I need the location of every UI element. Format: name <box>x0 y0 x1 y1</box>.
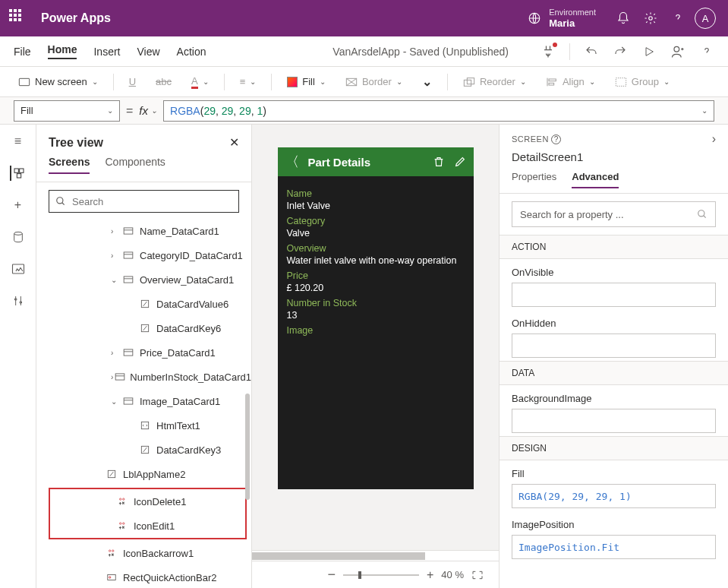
tree-item[interactable]: RectQuickActionBar2 <box>39 565 251 588</box>
menu-file[interactable]: File <box>14 46 31 58</box>
close-panel-icon[interactable]: ✕ <box>229 135 239 150</box>
menu-home[interactable]: Home <box>48 43 77 59</box>
chevron-icon[interactable]: › <box>111 349 121 357</box>
chevron-icon[interactable]: › <box>111 251 121 260</box>
formula-input[interactable]: RGBA(29, 29, 29, 1) ⌄ <box>163 100 714 122</box>
properties-tab[interactable]: Properties <box>512 171 556 188</box>
tree-item[interactable]: +× IconDelete1 <box>50 489 245 514</box>
notifications-icon[interactable] <box>610 5 637 32</box>
tree-item-label: Image_DataCard1 <box>140 396 220 407</box>
tree-item[interactable]: DataCardValue6 <box>39 292 251 316</box>
delete-icon[interactable] <box>433 156 445 168</box>
chevron-icon[interactable]: ⌄ <box>111 276 121 284</box>
tab-screens[interactable]: Screens <box>49 156 90 174</box>
property-label: BackgroundImage <box>512 393 716 404</box>
media-rail-icon[interactable] <box>11 261 26 277</box>
tree-item[interactable]: +× IconEdit1 <box>50 514 245 538</box>
scrollbar-thumb[interactable] <box>245 394 250 500</box>
canvas-hscroll[interactable] <box>252 550 499 561</box>
field-label: Overview <box>287 243 465 254</box>
property-input[interactable] <box>512 535 716 559</box>
property-input[interactable] <box>512 334 716 358</box>
preview-screen[interactable]: 〈 Part Details Name Inlet ValveCategory … <box>278 147 474 489</box>
help-menu-icon[interactable] <box>699 44 714 59</box>
tree-item[interactable]: +× IconBackarrow1 <box>39 541 251 565</box>
tools-rail-icon[interactable] <box>11 293 26 308</box>
tree-item-label: IconEdit1 <box>134 520 175 532</box>
underline-button[interactable]: U <box>124 73 140 90</box>
search-icon <box>697 209 708 220</box>
undo-icon[interactable] <box>584 44 599 59</box>
expand-panel-icon[interactable]: › <box>712 132 716 146</box>
tree-item[interactable]: DataCardKey6 <box>39 316 251 340</box>
zoom-out-icon[interactable]: − <box>328 567 336 583</box>
insert-rail-icon[interactable]: + <box>11 198 26 213</box>
svg-text:×: × <box>122 526 124 530</box>
chevron-icon[interactable]: › <box>111 227 121 236</box>
zoom-level: 40 % <box>441 569 464 580</box>
menu-view[interactable]: View <box>137 46 159 58</box>
reorder-button[interactable]: Reorder⌄ <box>459 73 531 90</box>
property-block: OnVisible <box>500 259 728 310</box>
group-button[interactable]: Group⌄ <box>610 73 674 90</box>
tree-item[interactable]: DataCardKey3 <box>39 438 251 462</box>
align-button[interactable]: ≡⌄ <box>235 73 261 90</box>
advanced-tab[interactable]: Advanced <box>572 171 619 188</box>
formula-expand-icon[interactable]: ⌄ <box>701 106 708 115</box>
tree-search-input[interactable] <box>72 196 232 207</box>
back-arrow-icon[interactable]: 〈 <box>285 153 299 171</box>
tree-item[interactable]: › Price_DataCard1 <box>39 340 251 365</box>
tree-item[interactable]: LblAppName2 <box>39 462 251 486</box>
tree-item[interactable]: › Name_DataCard1 <box>39 219 251 243</box>
tree-item[interactable]: ⌄ Image_DataCard1 <box>39 389 251 413</box>
tree-search[interactable] <box>49 190 239 213</box>
new-screen-button[interactable]: New screen⌄ <box>14 73 102 90</box>
svg-rect-14 <box>14 169 18 172</box>
font-color-button[interactable]: A⌄ <box>187 72 213 92</box>
tree-item[interactable]: HtmlText1 <box>39 413 251 438</box>
info-icon[interactable]: ? <box>551 134 561 144</box>
settings-icon[interactable] <box>637 5 664 32</box>
zoom-slider[interactable] <box>343 574 419 576</box>
more-button[interactable]: ⌄ <box>418 71 436 92</box>
tree-item[interactable]: › CategoryID_DataCard1 <box>39 243 251 267</box>
fill-button[interactable]: Fill⌄ <box>282 73 330 90</box>
app-checker-icon[interactable] <box>540 44 556 59</box>
tree-item[interactable]: › NumberInStock_DataCard1 <box>39 365 251 389</box>
menu-action[interactable]: Action <box>177 46 206 58</box>
tree-item[interactable]: ⌄ Overview_DataCard1 <box>39 267 251 292</box>
section-header: DATA <box>500 361 728 385</box>
fx-icon[interactable]: fx⌄ <box>139 104 157 117</box>
field-value: Valve <box>287 228 465 239</box>
property-input[interactable] <box>512 409 716 433</box>
share-icon[interactable] <box>670 44 685 59</box>
user-avatar[interactable]: A <box>692 5 719 32</box>
tab-components[interactable]: Components <box>105 156 165 174</box>
environment-picker[interactable]: Environment Maria <box>528 8 596 29</box>
property-input[interactable] <box>512 283 716 307</box>
menu-insert[interactable]: Insert <box>93 46 120 58</box>
field-value: Inlet Valve <box>287 201 465 211</box>
redo-icon[interactable] <box>613 44 628 59</box>
zoom-in-icon[interactable]: + <box>427 568 433 582</box>
svg-rect-33 <box>124 349 133 356</box>
svg-rect-11 <box>549 79 556 81</box>
property-search[interactable]: Search for a property ... <box>512 201 716 227</box>
chevron-icon[interactable]: ⌄ <box>111 397 121 406</box>
property-dropdown[interactable]: Fill⌄ <box>14 100 120 122</box>
svg-rect-4 <box>19 78 29 85</box>
tree-view-icon[interactable] <box>10 166 25 181</box>
fit-icon[interactable] <box>471 570 484 580</box>
waffle-icon[interactable] <box>9 9 27 27</box>
data-rail-icon[interactable] <box>11 229 26 245</box>
strikethrough-button[interactable]: abc <box>151 73 176 90</box>
property-input[interactable] <box>512 484 716 508</box>
property-label: Fill <box>512 468 716 479</box>
play-icon[interactable] <box>641 44 657 59</box>
edit-icon[interactable] <box>454 156 466 168</box>
align-objects-button[interactable]: Align⌄ <box>541 73 600 90</box>
field-value: 13 <box>287 310 465 321</box>
border-button[interactable]: Border⌄ <box>341 73 407 90</box>
hamburger-icon[interactable]: ≡ <box>11 134 26 149</box>
help-icon[interactable] <box>664 5 692 32</box>
